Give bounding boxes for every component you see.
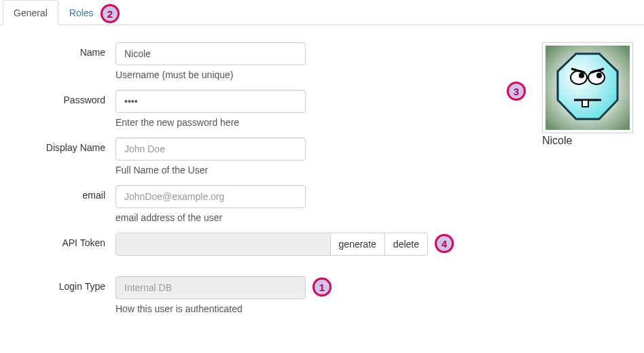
- login-type-input: [115, 276, 306, 299]
- name-label: Name: [0, 42, 115, 58]
- svg-marker-1: [558, 54, 618, 119]
- tab-bar: General Roles: [0, 0, 644, 25]
- email-help: email address of the user: [115, 212, 442, 223]
- name-help: Username (must be unique): [115, 69, 442, 80]
- email-input[interactable]: [115, 185, 306, 208]
- display-name-label: Display Name: [0, 137, 115, 153]
- avatar-image-icon: [545, 46, 630, 130]
- tab-roles[interactable]: Roles: [58, 0, 105, 25]
- password-label: Password: [0, 90, 115, 105]
- svg-point-5: [596, 73, 602, 78]
- password-help: Enter the new password here: [115, 117, 442, 128]
- display-name-help: Full Name of the User: [115, 165, 442, 175]
- annotation-marker-4: 4: [435, 234, 454, 253]
- tab-general[interactable]: General: [3, 0, 58, 25]
- login-type-help: How this user is authenticated: [115, 303, 442, 314]
- svg-point-4: [579, 73, 584, 78]
- delete-button[interactable]: delete: [384, 233, 427, 255]
- api-token-field: [116, 233, 330, 255]
- svg-rect-9: [582, 100, 588, 107]
- generate-button[interactable]: generate: [330, 233, 384, 255]
- avatar[interactable]: [542, 42, 633, 133]
- login-type-label: Login Type: [0, 276, 115, 292]
- name-input[interactable]: [115, 42, 306, 65]
- email-label: email: [0, 185, 115, 201]
- api-token-label: API Token: [0, 233, 115, 248]
- avatar-name: Nicole: [542, 135, 637, 147]
- display-name-input[interactable]: [115, 137, 306, 161]
- annotation-marker-1: 1: [312, 278, 332, 297]
- password-input[interactable]: [115, 90, 306, 113]
